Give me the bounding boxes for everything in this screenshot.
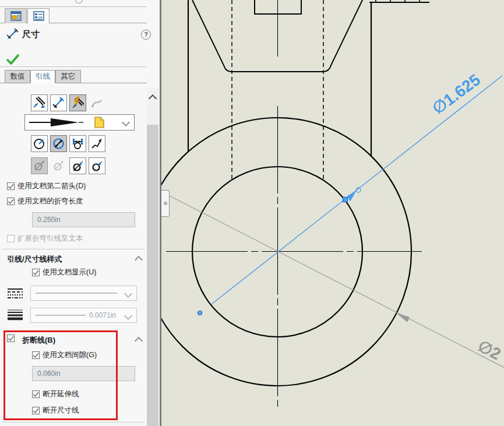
tab-property-manager[interactable]: [27, 8, 50, 23]
feature-manager-icon: [10, 11, 22, 21]
leader-style-header: 引线/尺寸线样式: [7, 254, 62, 265]
checkbox-box[interactable]: [32, 390, 40, 398]
break-extension-checkbox[interactable]: 断开延伸线: [32, 389, 79, 399]
diameter-style-3-icon: [72, 160, 84, 172]
collapse-chevron-icon[interactable]: [135, 337, 143, 345]
top-divider: [0, 6, 147, 7]
section-divider: [2, 249, 144, 249]
panel-splitter-handle[interactable]: [161, 190, 170, 217]
chevron-down-icon: [124, 312, 132, 320]
break-dimension-label: 断开尺寸线: [43, 406, 79, 416]
gray-arrowhead-icon: [397, 314, 410, 322]
radius-leader-button[interactable]: [31, 135, 48, 152]
foreshortened-leader-button[interactable]: [69, 135, 86, 152]
arrows-inside-button[interactable]: [50, 94, 67, 111]
section-divider: [2, 422, 144, 423]
panel-title: 尺寸: [22, 29, 40, 40]
tab-value[interactable]: 数值: [5, 70, 30, 83]
use-doc-bend-length-checkbox[interactable]: 使用文档的折弯长度: [7, 196, 83, 206]
scrollbar-up-button[interactable]: [147, 87, 158, 107]
arrows-outside-icon: [33, 97, 45, 109]
arrows-smart-icon: [72, 97, 84, 109]
drawing-view: ∅2 ∅1.625: [161, 0, 504, 426]
use-doc-second-arrow-checkbox[interactable]: 使用文档第二箭头(D): [7, 181, 86, 191]
tab-feature-manager[interactable]: [5, 8, 27, 23]
line-thickness-value: 0.0071in: [89, 311, 116, 319]
blue-arrowhead-icon: [347, 191, 356, 202]
chevron-down-icon: [124, 290, 132, 298]
tab-other-label: 其它: [61, 72, 76, 82]
checkbox-box: [7, 235, 15, 242]
jogged-leader-icon: [91, 138, 103, 150]
diameter-style-3-button[interactable]: [69, 157, 86, 174]
checkbox-box[interactable]: [32, 407, 40, 414]
bend-length-input[interactable]: [32, 212, 135, 227]
solidworks-window: { "panel": { "title": "尺寸", "help": "?",…: [0, 0, 504, 426]
tab-other[interactable]: 其它: [55, 70, 81, 83]
ok-check-button[interactable]: [6, 53, 20, 66]
chevron-down-icon: [122, 118, 130, 126]
panel-scrollbar[interactable]: [147, 87, 158, 426]
chevron-up-icon: [149, 94, 157, 103]
line-thickness-icon: [7, 309, 23, 321]
line-thickness-select: 0.0071in: [30, 308, 137, 323]
diameter-style-4-button[interactable]: [89, 157, 105, 174]
diameter-style-4-icon: [91, 160, 103, 172]
help-icon[interactable]: ?: [141, 30, 151, 40]
jogged-leader-button[interactable]: [89, 135, 105, 152]
splitter-grip-icon: [164, 202, 167, 205]
radius-leader-icon: [33, 138, 45, 150]
checkbox-box[interactable]: [7, 335, 15, 342]
use-doc-gap-label: 使用文档间隙(G): [43, 350, 97, 360]
extend-leader-checkbox: 扩展折弯引线至文本: [7, 234, 83, 244]
diameter-style-1-button: [31, 157, 48, 174]
break-lines-header: 折断线(B): [22, 335, 55, 346]
arrows-outside-button[interactable]: [31, 94, 48, 111]
line-thickness-preview: [36, 312, 87, 318]
arrows-inside-icon: [52, 97, 65, 109]
arrow-style-preview: [27, 116, 115, 129]
checkbox-box[interactable]: [32, 269, 40, 276]
outer-diameter-dimension-text[interactable]: ∅2: [475, 337, 503, 364]
section-divider: [0, 66, 147, 67]
use-doc-display-checkbox[interactable]: 使用文档显示(U): [32, 267, 96, 277]
arrow-style-select[interactable]: [24, 114, 135, 131]
tab-leaders-label: 引线: [36, 72, 50, 82]
scrollbar-thumb[interactable]: [147, 107, 158, 125]
use-doc-second-arrow-label: 使用文档第二箭头(D): [17, 181, 86, 191]
line-style-icon: [7, 287, 23, 299]
foreshortened-leader-icon: [72, 138, 84, 150]
selected-dimension-line[interactable]: [212, 76, 502, 304]
break-extension-label: 断开延伸线: [43, 389, 79, 399]
use-doc-gap-checkbox[interactable]: 使用文档间隙(G): [32, 350, 97, 360]
selected-dimension-text[interactable]: ∅1.625: [429, 71, 484, 118]
dimension-end-point[interactable]: [198, 311, 202, 315]
clipped-help-icon: [75, 0, 83, 3]
use-doc-bend-length-label: 使用文档的折弯长度: [17, 196, 83, 206]
dimension-drag-handle[interactable]: [343, 198, 348, 202]
diameter-leader-icon: [52, 138, 65, 150]
checkbox-box[interactable]: [7, 198, 15, 205]
break-lines-checkbox[interactable]: [7, 335, 17, 342]
use-doc-display-label: 使用文档显示(U): [43, 267, 96, 277]
break-gap-input[interactable]: [32, 366, 135, 381]
tab-leaders[interactable]: 引线: [30, 70, 55, 83]
line-style-select: [30, 286, 137, 301]
dimension-icon: [6, 29, 19, 40]
diameter-leader-button[interactable]: [50, 135, 67, 152]
line-style-preview: [36, 290, 123, 296]
subtab-divider: [0, 83, 147, 83]
tab-value-label: 数值: [10, 72, 25, 82]
break-dimension-checkbox[interactable]: 断开尺寸线: [32, 406, 79, 416]
checkbox-box[interactable]: [7, 182, 15, 190]
curved-leader-icon: [89, 94, 105, 111]
drawing-canvas[interactable]: ∅2 ∅1.625: [161, 0, 504, 426]
extend-leader-label: 扩展折弯引线至文本: [17, 234, 83, 244]
checkbox-box[interactable]: [32, 351, 40, 359]
property-manager-panel: 尺寸 ? 数值 引线 其它: [0, 0, 147, 426]
diameter-style-1-icon: [33, 160, 45, 172]
property-manager-icon: [33, 11, 44, 21]
collapse-chevron-icon[interactable]: [135, 256, 143, 264]
arrows-smart-button[interactable]: [69, 94, 86, 111]
gray-dimension-line[interactable]: [167, 195, 504, 368]
